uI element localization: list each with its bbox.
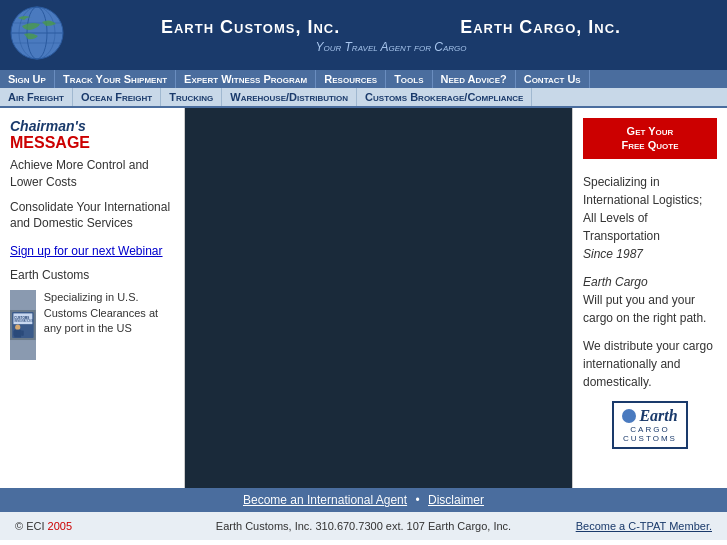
right-text3: We distribute your cargo internationally… xyxy=(583,337,717,391)
footer-disclaimer-link[interactable]: Disclaimer xyxy=(428,493,484,507)
subnav-customs[interactable]: Customs Brokerage/Compliance xyxy=(357,88,532,106)
nav-track[interactable]: Track Your Shipment xyxy=(55,70,176,88)
earth-cargo-logo: Earth CARGO CUSTOMS xyxy=(583,401,717,449)
logo-customs-text: CUSTOMS xyxy=(622,434,677,443)
right-text2: Earth Cargo Will put you and your cargo … xyxy=(583,273,717,327)
promo-text: Specializing in U.S. Customs Clearances … xyxy=(44,290,174,336)
promo-image-svg: CUSTOMS IMMIGRATIONS xyxy=(10,290,36,360)
company1-name: Earth Customs, Inc. xyxy=(161,17,340,38)
promo-image: CUSTOMS IMMIGRATIONS xyxy=(10,290,36,360)
nav-resources[interactable]: Resources xyxy=(316,70,386,88)
nav-bar: Sign Up Track Your Shipment Expert Witne… xyxy=(0,70,727,88)
customs-promo: CUSTOMS IMMIGRATIONS Specializing in U.S… xyxy=(10,290,174,360)
subnav-trucking[interactable]: Trucking xyxy=(161,88,222,106)
footer-copyright: © ECI 2005 xyxy=(15,520,189,532)
right-text1: Specializing in International Logistics;… xyxy=(583,173,717,263)
footer-bottom: © ECI 2005 Earth Customs, Inc. 310.670.7… xyxy=(0,512,727,540)
nav-advice[interactable]: Need Advice? xyxy=(433,70,516,88)
subnav-bar: Air Freight Ocean Freight Trucking Wareh… xyxy=(0,88,727,108)
svg-text:IMMIGRATIONS: IMMIGRATIONS xyxy=(14,320,33,324)
main-content: Chairman's MESSAGE Achieve More Control … xyxy=(0,108,727,488)
svg-text:CUSTOMS: CUSTOMS xyxy=(14,316,29,320)
earth-customs-label: Earth Customs xyxy=(10,268,174,282)
footer-right: Become a C-TPAT Member. xyxy=(538,520,712,532)
svg-rect-13 xyxy=(13,331,16,336)
globe-logo xyxy=(10,6,65,61)
nav-contact[interactable]: Contact Us xyxy=(516,70,590,88)
company2-name: Earth Cargo, Inc. xyxy=(460,17,621,38)
nav-expert[interactable]: Expert Witness Program xyxy=(176,70,316,88)
chairmans-title: Chairman's MESSAGE xyxy=(10,118,174,152)
footer-international-link[interactable]: Become an International Agent xyxy=(243,493,407,507)
right-sidebar: Get Your Free Quote Specializing in Inte… xyxy=(572,108,727,488)
footer-center-text: Earth Customs, Inc. 310.670.7300 ext. 10… xyxy=(189,520,538,532)
get-quote-button[interactable]: Get Your Free Quote xyxy=(583,118,717,159)
logo-box: Earth CARGO CUSTOMS xyxy=(612,401,687,449)
chairmans-message-section: Chairman's MESSAGE Achieve More Control … xyxy=(10,118,174,232)
logo-container xyxy=(10,6,65,64)
logo-globe-icon xyxy=(622,409,636,423)
webinar-link[interactable]: Sign up for our next Webinar xyxy=(10,244,174,258)
header: Earth Customs, Inc. Earth Cargo, Inc. Yo… xyxy=(0,0,727,70)
subnav-ocean[interactable]: Ocean Freight xyxy=(73,88,161,106)
company-names: Earth Customs, Inc. Earth Cargo, Inc. xyxy=(65,17,717,38)
subnav-warehouse[interactable]: Warehouse/Distribution xyxy=(222,88,357,106)
nav-signup[interactable]: Sign Up xyxy=(0,70,55,88)
chairmans-text2: Consolidate Your International and Domes… xyxy=(10,199,174,233)
svg-point-11 xyxy=(15,325,20,330)
center-video-area xyxy=(185,108,572,488)
ctpat-link[interactable]: Become a C-TPAT Member. xyxy=(576,520,712,532)
logo-cargo-text: CARGO xyxy=(622,425,677,434)
subnav-air[interactable]: Air Freight xyxy=(0,88,73,106)
header-titles: Earth Customs, Inc. Earth Cargo, Inc. Yo… xyxy=(65,17,717,54)
svg-rect-14 xyxy=(21,331,24,336)
nav-tools[interactable]: Tools xyxy=(386,70,432,88)
left-sidebar: Chairman's MESSAGE Achieve More Control … xyxy=(0,108,185,488)
header-subtitle: Your Travel Agent for Cargo xyxy=(65,40,717,54)
footer-links-bar: Become an International Agent • Disclaim… xyxy=(0,488,727,512)
footer-separator: • xyxy=(415,493,419,507)
chairmans-text1: Achieve More Control and Lower Costs xyxy=(10,157,174,191)
